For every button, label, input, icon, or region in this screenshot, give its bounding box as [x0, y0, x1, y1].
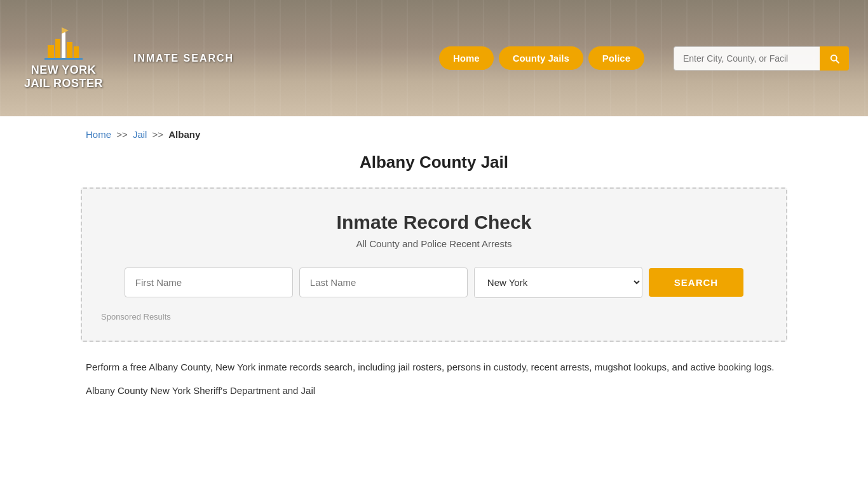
breadcrumb-sep-1: >>	[116, 129, 128, 140]
page-title: Albany County Jail	[0, 146, 868, 187]
breadcrumb-current: Albany	[168, 129, 200, 140]
logo-area: NEW YORK JAIL ROSTER	[19, 26, 108, 90]
last-name-input[interactable]	[299, 268, 468, 297]
search-icon	[829, 53, 840, 64]
main-nav: Home County Jails Police	[439, 46, 644, 70]
logo-icon	[44, 26, 83, 61]
header-search-area	[674, 46, 849, 71]
header-search-input[interactable]	[674, 46, 820, 71]
logo-text: NEW YORK JAIL ROSTER	[24, 64, 103, 90]
search-main-button[interactable]: SEARCH	[649, 268, 743, 297]
body-content: Perform a free Albany County, New York i…	[0, 342, 868, 419]
nav-police-button[interactable]: Police	[588, 46, 644, 70]
search-form-row: AlabamaAlaskaArizonaArkansasCaliforniaCo…	[101, 267, 767, 298]
svg-rect-0	[48, 45, 54, 58]
nav-county-jails-button[interactable]: County Jails	[499, 46, 583, 70]
breadcrumb-jail-link[interactable]: Jail	[133, 129, 147, 140]
record-check-subtitle: All County and Police Recent Arrests	[101, 238, 767, 249]
site-header: NEW YORK JAIL ROSTER INMATE SEARCH Home …	[0, 0, 868, 116]
record-check-title: Inmate Record Check	[101, 212, 767, 233]
svg-rect-5	[44, 58, 83, 60]
header-search-button[interactable]	[820, 46, 849, 71]
state-select[interactable]: AlabamaAlaskaArizonaArkansasCaliforniaCo…	[474, 267, 642, 298]
record-check-section: Inmate Record Check All County and Polic…	[81, 187, 787, 342]
svg-rect-2	[62, 32, 65, 58]
svg-rect-4	[74, 46, 79, 58]
body-paragraph-2: Albany County New York Sheriff's Departm…	[86, 383, 782, 399]
svg-rect-1	[55, 39, 60, 58]
first-name-input[interactable]	[125, 268, 293, 297]
inmate-search-label: INMATE SEARCH	[133, 53, 234, 64]
sponsored-results-label: Sponsored Results	[101, 312, 767, 322]
svg-rect-3	[67, 42, 72, 58]
nav-home-button[interactable]: Home	[439, 46, 494, 70]
body-paragraph-1: Perform a free Albany County, New York i…	[86, 360, 782, 376]
breadcrumb-home-link[interactable]: Home	[86, 129, 111, 140]
breadcrumb: Home >> Jail >> Albany	[0, 116, 868, 146]
breadcrumb-sep-2: >>	[153, 129, 164, 140]
